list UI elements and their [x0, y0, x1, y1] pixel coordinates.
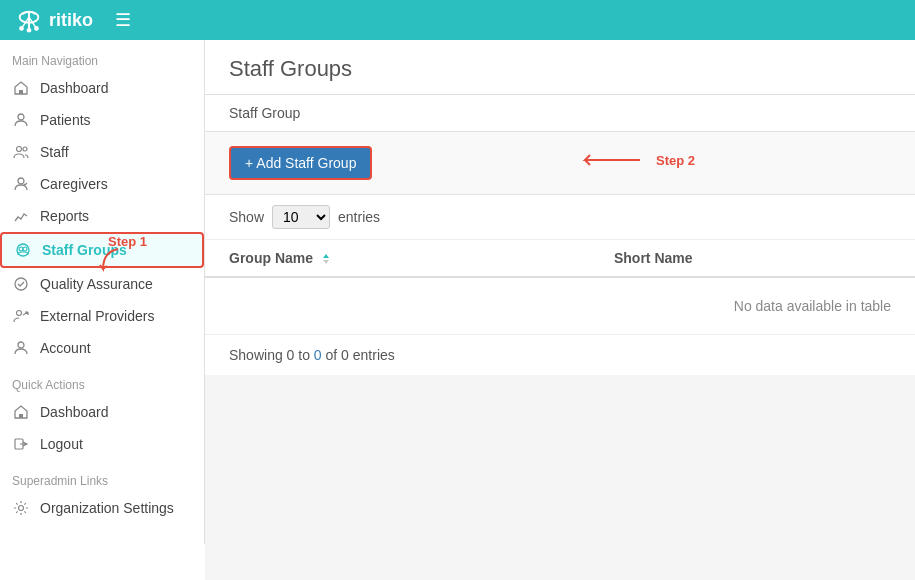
sidebar-item-logout[interactable]: Logout — [0, 428, 204, 460]
reports-icon — [12, 207, 30, 225]
svg-point-17 — [17, 311, 22, 316]
table-footer: Showing 0 to 0 of 0 entries — [205, 334, 915, 375]
svg-point-21 — [19, 506, 24, 511]
svg-point-10 — [17, 147, 22, 152]
no-data-message: No data available in table — [205, 277, 915, 334]
svg-point-14 — [19, 247, 23, 251]
add-staff-group-button[interactable]: + Add Staff Group — [229, 146, 372, 180]
page-title: Staff Groups — [229, 56, 891, 82]
sidebar-item-qa-dashboard[interactable]: Dashboard — [0, 396, 204, 428]
step2-arrow-icon — [570, 140, 650, 180]
sidebar-item-staff-groups[interactable]: Staff Groups — [0, 232, 204, 268]
sidebar-item-staff[interactable]: Staff — [0, 136, 204, 168]
sidebar-item-external-providers[interactable]: External Providers — [0, 300, 204, 332]
caregivers-icon — [12, 175, 30, 193]
content-area: Staff Group + Add Staff Group Step 2 Sho… — [205, 95, 915, 375]
table-row: No data available in table — [205, 277, 915, 334]
quality-assurance-icon — [12, 275, 30, 293]
sidebar-item-org-settings[interactable]: Organization Settings — [0, 492, 204, 524]
footer-link[interactable]: 0 — [314, 347, 322, 363]
sidebar-item-quality-assurance[interactable]: Quality Assurance — [0, 268, 204, 300]
show-entries-row: Show 10 25 50 100 entries — [205, 195, 915, 240]
logout-icon — [12, 435, 30, 453]
main-layout: Main Navigation Dashboard Patients Staff — [0, 40, 915, 580]
qa-dashboard-home-icon — [12, 403, 30, 421]
staff-groups-icon — [14, 241, 32, 259]
sort-icon — [321, 252, 331, 266]
page-header: Staff Groups — [205, 40, 915, 95]
table-section-header: Staff Group — [205, 95, 915, 132]
sidebar-item-reports[interactable]: Reports — [0, 200, 204, 232]
sidebar-item-caregivers[interactable]: Caregivers — [0, 168, 204, 200]
sidebar-item-patients[interactable]: Patients — [0, 104, 204, 136]
staff-icon — [12, 143, 30, 161]
svg-point-9 — [18, 114, 24, 120]
home-icon — [12, 79, 30, 97]
toolbar: + Add Staff Group Step 2 — [205, 132, 915, 195]
quick-actions-label: Quick Actions — [0, 364, 204, 396]
entries-select[interactable]: 10 25 50 100 — [272, 205, 330, 229]
hamburger-icon[interactable]: ☰ — [115, 9, 131, 31]
main-content: Staff Groups Staff Group + Add Staff Gro… — [205, 40, 915, 580]
patients-icon — [12, 111, 30, 129]
step2-annotation: Step 2 — [570, 140, 695, 180]
app-header: ritiko ☰ — [0, 0, 915, 40]
svg-rect-19 — [19, 414, 23, 418]
superadmin-label: Superadmin Links — [0, 460, 204, 492]
account-icon — [12, 339, 30, 357]
svg-point-11 — [23, 147, 27, 151]
svg-point-16 — [15, 278, 27, 290]
main-nav-label: Main Navigation — [0, 40, 204, 72]
sidebar: Main Navigation Dashboard Patients Staff — [0, 40, 205, 544]
col-short-name[interactable]: Short Name — [590, 240, 915, 277]
sidebar-item-dashboard[interactable]: Dashboard — [0, 72, 204, 104]
svg-point-18 — [18, 342, 24, 348]
logo: ritiko — [15, 6, 93, 34]
logo-icon — [15, 6, 43, 34]
external-providers-icon — [12, 307, 30, 325]
staff-groups-table: Group Name Short Name No data available … — [205, 240, 915, 334]
gear-icon — [12, 499, 30, 517]
svg-point-12 — [18, 178, 24, 184]
col-group-name[interactable]: Group Name — [205, 240, 590, 277]
svg-rect-8 — [19, 90, 23, 94]
sidebar-item-account[interactable]: Account — [0, 332, 204, 364]
svg-point-15 — [23, 247, 27, 251]
